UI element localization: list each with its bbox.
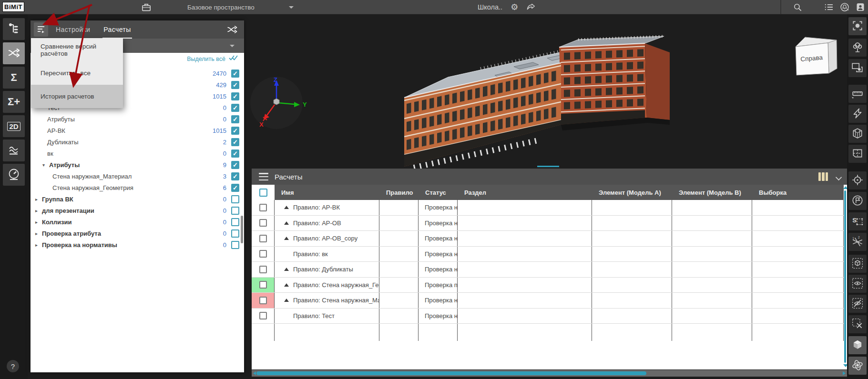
select-all-link[interactable]: Выделить всё (187, 55, 238, 62)
tree-caret-icon[interactable]: ▸ (35, 242, 42, 248)
tree-checkbox[interactable] (231, 138, 239, 146)
compare-axes-button[interactable]: 12 (848, 233, 867, 251)
tree-checkbox[interactable] (231, 81, 239, 89)
row-checkbox[interactable] (259, 235, 267, 242)
sum-plus-button[interactable]: Σ+ (3, 91, 25, 113)
tree-row[interactable]: Стена наружная_Геометрия 6 (31, 182, 244, 193)
select-all-checkbox[interactable] (259, 189, 267, 197)
row-checkbox[interactable] (259, 312, 267, 319)
help-button[interactable]: ? (7, 360, 19, 372)
tree-checkbox[interactable] (231, 70, 239, 78)
tree-checkbox[interactable] (231, 150, 239, 158)
menu-item[interactable]: Пересчитать все (31, 61, 123, 85)
row-checkbox[interactable] (259, 204, 267, 211)
orbit-view-button[interactable] (848, 357, 867, 375)
compare-shuffle-icon[interactable] (226, 23, 238, 36)
compare-button[interactable] (3, 42, 25, 64)
measure-button[interactable] (848, 85, 867, 103)
tree-checkbox[interactable] (231, 218, 239, 226)
graphs-button[interactable] (3, 140, 25, 161)
tree-row[interactable]: ▸ Проверка атрибута 0 (31, 228, 244, 239)
view-2d-button[interactable]: 2D (3, 115, 25, 137)
tree-row[interactable]: ▾ Атрибуты 9 (31, 159, 244, 170)
model-tree-button[interactable] (3, 18, 25, 40)
menu-item[interactable]: Сравнение версий расчётов (31, 38, 123, 61)
row-checkbox[interactable] (259, 297, 267, 304)
expand-triangle-icon[interactable] (284, 299, 289, 302)
expand-triangle-icon[interactable] (284, 268, 289, 271)
tree-row[interactable]: АР-ВК 1015 (31, 125, 244, 136)
axis-gizmo[interactable]: Z Y X (249, 75, 311, 130)
menu-item[interactable]: История расчетов (31, 85, 123, 108)
user-icon[interactable] (855, 0, 866, 14)
expand-triangle-icon[interactable] (284, 283, 289, 287)
tree-row[interactable]: вк 0 (31, 148, 244, 159)
workspace-selector[interactable]: Базовое пространство (187, 0, 294, 14)
hide-selected-button[interactable] (848, 295, 867, 313)
tree-checkbox[interactable] (231, 207, 239, 215)
table-row[interactable]: Правило: Стена наружная_Геометрия Провер… (252, 278, 844, 293)
save-selection-button[interactable]: S (848, 212, 867, 230)
tab[interactable]: Расчеты (102, 20, 132, 39)
search-icon[interactable] (792, 0, 803, 14)
table-menu-icon[interactable] (259, 173, 268, 180)
tree-checkbox[interactable] (231, 161, 239, 169)
bim-model-view[interactable] (395, 33, 681, 181)
table-row[interactable]: Правило: АР-ВК Проверка не (252, 200, 844, 216)
tree-checkbox[interactable] (231, 184, 239, 192)
tree-caret-icon[interactable]: ▸ (35, 197, 42, 202)
tree-checkbox[interactable] (231, 92, 239, 100)
tree-caret-icon[interactable]: ▾ (42, 162, 49, 168)
row-checkbox[interactable] (259, 266, 267, 273)
menu-list-icon[interactable] (824, 0, 834, 14)
settings-gear-icon[interactable]: ⚙ (511, 3, 518, 11)
table-vertical-scrollbar[interactable] (844, 190, 846, 363)
environment-button[interactable] (848, 39, 867, 57)
dashboard-gauge-button[interactable] (3, 164, 25, 186)
tab[interactable]: Настройки (55, 20, 91, 39)
isolate-selection-button[interactable] (848, 59, 867, 77)
tree-row[interactable]: ▸ Коллизии 0 (31, 216, 244, 228)
table-row[interactable]: Правило: Стена наружная_Материал Проверк… (252, 293, 844, 309)
expand-triangle-icon[interactable] (284, 237, 289, 240)
floor-plan-button[interactable] (848, 145, 867, 163)
show-volume-button[interactable] (848, 255, 867, 273)
flag-view-button[interactable] (848, 192, 867, 210)
show-selected-button[interactable] (848, 275, 867, 293)
collapse-panel-icon[interactable] (836, 174, 842, 179)
horizontal-scrollbar-track[interactable] (252, 370, 847, 377)
share-icon[interactable] (526, 2, 537, 12)
expand-triangle-icon[interactable] (284, 206, 289, 209)
table-row[interactable]: Правило: Тест Проверка не (252, 309, 844, 324)
focus-selection-button[interactable] (848, 17, 867, 35)
locate-button[interactable] (848, 171, 867, 190)
section-box-button[interactable] (848, 125, 867, 143)
tree-row[interactable]: ▸ для презентации 0 (31, 205, 244, 216)
table-row[interactable]: Правило: вк Проверка не (252, 247, 844, 262)
tree-caret-icon[interactable]: ▸ (35, 219, 42, 225)
panel-menu-button[interactable] (34, 22, 48, 37)
table-row[interactable]: Правило: АР-ОВ_copy Проверка не (252, 231, 844, 247)
table-row[interactable]: Правило: Дубликаты Проверка не (252, 262, 844, 278)
tree-checkbox[interactable] (231, 104, 239, 112)
tree-row[interactable]: ▸ Проверка на нормативы 0 (31, 239, 244, 250)
row-checkbox[interactable] (259, 250, 267, 258)
tree-checkbox[interactable] (231, 115, 239, 123)
horizontal-scrollbar-thumb[interactable] (256, 371, 646, 375)
notifications-icon[interactable] (839, 0, 850, 14)
tree-row[interactable]: ▸ Группа ВК 0 (31, 193, 244, 205)
panel-resize-handle[interactable] (537, 166, 559, 167)
tree-checkbox[interactable] (231, 229, 239, 238)
clear-selection-button[interactable] (848, 315, 867, 333)
tree-caret-icon[interactable]: ▸ (35, 208, 42, 213)
tree-row[interactable]: Атрибуты 0 (31, 113, 244, 125)
sum-button[interactable]: Σ (3, 67, 25, 89)
quick-tools-button[interactable] (848, 105, 867, 123)
navigation-cube[interactable]: Справа (789, 32, 841, 80)
scroll-left-icon[interactable] (253, 371, 256, 375)
briefcase-icon[interactable] (141, 0, 152, 14)
panel-scrollbar[interactable] (241, 216, 243, 243)
tree-row[interactable]: Дубликаты 2 (31, 136, 244, 148)
tree-checkbox[interactable] (231, 172, 239, 180)
tree-checkbox[interactable] (231, 127, 239, 135)
